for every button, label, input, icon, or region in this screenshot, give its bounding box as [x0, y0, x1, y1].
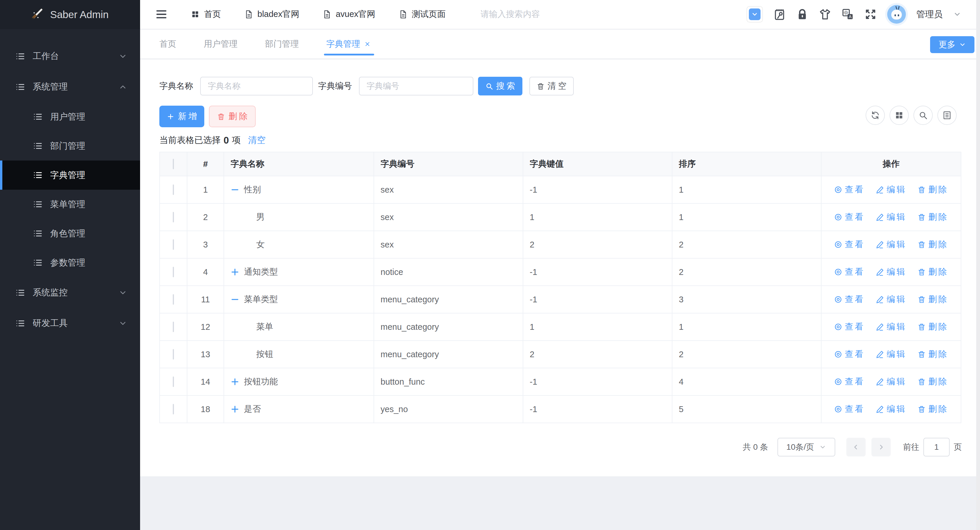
- sidebar-item-菜单管理[interactable]: 菜单管理: [0, 190, 140, 219]
- sidebar-item-参数管理[interactable]: 参数管理: [0, 248, 140, 277]
- top-nav-item-首页[interactable]: 首页: [191, 8, 221, 20]
- selection-clear-link[interactable]: 清空: [248, 134, 266, 146]
- delete-link[interactable]: 删除: [918, 403, 948, 415]
- sidebar-item-系统监控[interactable]: 系统监控: [0, 277, 140, 308]
- doc-lines-toolbar-button[interactable]: [937, 106, 957, 125]
- expand-row-icon[interactable]: [231, 405, 239, 414]
- delete-link[interactable]: 删除: [918, 239, 948, 250]
- dict-name-cell: 菜单: [224, 313, 374, 341]
- row-checkbox[interactable]: [173, 322, 174, 332]
- expand-row-icon[interactable]: [231, 377, 239, 386]
- row-checkbox[interactable]: [173, 212, 174, 223]
- sidebar-item-字典管理[interactable]: 字典管理: [0, 161, 140, 190]
- page-number-input[interactable]: [923, 438, 950, 457]
- edit-link[interactable]: 编辑: [876, 349, 907, 360]
- search-toolbar-button[interactable]: [913, 106, 933, 125]
- top-nav-item-测试页面[interactable]: 测试页面: [399, 8, 445, 20]
- view-link[interactable]: 查看: [834, 321, 865, 333]
- view-link[interactable]: 查看: [834, 403, 865, 415]
- theme-shirt-icon[interactable]: [819, 8, 831, 21]
- column-header: #: [187, 152, 224, 176]
- tab-用户管理[interactable]: 用户管理: [204, 30, 237, 58]
- global-search-input[interactable]: 请输入搜索内容: [480, 8, 540, 20]
- sidebar-item-研发工具[interactable]: 研发工具: [0, 308, 140, 339]
- edit-link[interactable]: 编辑: [876, 294, 907, 305]
- user-name[interactable]: 管理员: [916, 8, 943, 21]
- collapse-row-icon[interactable]: [231, 295, 239, 304]
- prev-page-button[interactable]: [846, 438, 865, 457]
- list-icon: [33, 170, 43, 180]
- add-button[interactable]: 新增: [159, 106, 204, 127]
- row-checkbox[interactable]: [173, 185, 174, 195]
- select-all-checkbox[interactable]: [173, 159, 174, 169]
- view-link[interactable]: 查看: [834, 211, 865, 223]
- view-link[interactable]: 查看: [834, 376, 865, 388]
- sidebar-item-系统管理[interactable]: 系统管理: [0, 72, 140, 102]
- view-link[interactable]: 查看: [834, 184, 865, 196]
- sidebar-item-label: 系统监控: [33, 286, 68, 299]
- page-size-select[interactable]: 10条/页: [778, 438, 835, 457]
- fullscreen-icon[interactable]: [864, 8, 877, 21]
- sidebar-item-角色管理[interactable]: 角色管理: [0, 219, 140, 248]
- delete-link[interactable]: 删除: [918, 266, 948, 278]
- eye-icon: [834, 323, 842, 331]
- window-scrollbar[interactable]: [976, 0, 980, 530]
- edit-link[interactable]: 编辑: [876, 211, 907, 223]
- edit-link[interactable]: 编辑: [876, 321, 907, 333]
- collapse-row-icon[interactable]: [231, 185, 239, 194]
- dict-name: 按钮: [256, 349, 273, 360]
- translate-icon[interactable]: 中A: [842, 8, 854, 21]
- view-link[interactable]: 查看: [834, 239, 865, 250]
- dict-code-input[interactable]: [359, 77, 473, 95]
- collapse-sidebar-icon[interactable]: [155, 8, 168, 20]
- search-button[interactable]: 搜索: [478, 77, 522, 95]
- delete-link[interactable]: 删除: [918, 376, 948, 388]
- top-nav-item-bladex官网[interactable]: bladex官网: [244, 8, 299, 20]
- row-checkbox[interactable]: [173, 404, 174, 414]
- view-link[interactable]: 查看: [834, 266, 865, 278]
- row-checkbox[interactable]: [173, 267, 174, 277]
- row-checkbox[interactable]: [173, 377, 174, 387]
- top-nav-item-avuex官网[interactable]: avuex官网: [323, 8, 375, 20]
- view-link[interactable]: 查看: [834, 349, 865, 360]
- lock-icon[interactable]: [796, 8, 808, 21]
- grid-filled-toolbar-button[interactable]: [889, 106, 909, 125]
- dict-name: 菜单: [256, 321, 273, 333]
- sidebar-item-工作台[interactable]: 工作台: [0, 41, 140, 72]
- edit-link[interactable]: 编辑: [876, 266, 907, 278]
- clear-button[interactable]: 清空: [530, 77, 574, 95]
- tab-字典管理[interactable]: 字典管理: [326, 30, 371, 58]
- edit-link[interactable]: 编辑: [876, 239, 907, 250]
- edit-link[interactable]: 编辑: [876, 403, 907, 415]
- theme-color-select[interactable]: [746, 6, 763, 22]
- table-row: 18是否yes_no-15查看编辑删除: [160, 395, 961, 423]
- edit-link[interactable]: 编辑: [876, 376, 907, 388]
- avatar[interactable]: [887, 5, 906, 24]
- row-checkbox[interactable]: [173, 294, 174, 305]
- dict-code-cell: menu_category: [374, 341, 523, 368]
- dict-name-input[interactable]: [200, 77, 313, 95]
- sidebar-item-部门管理[interactable]: 部门管理: [0, 131, 140, 161]
- tab-首页[interactable]: 首页: [159, 30, 176, 58]
- delete-link[interactable]: 删除: [918, 294, 948, 305]
- expand-row-icon[interactable]: [231, 267, 239, 276]
- doc-icon: [244, 10, 253, 19]
- delete-link[interactable]: 删除: [918, 184, 948, 196]
- view-link[interactable]: 查看: [834, 294, 865, 305]
- delete-link[interactable]: 删除: [918, 349, 948, 360]
- sidebar-item-用户管理[interactable]: 用户管理: [0, 102, 140, 131]
- delete-link[interactable]: 删除: [918, 321, 948, 333]
- row-actions-cell: 查看编辑删除: [821, 313, 961, 341]
- next-page-button[interactable]: [872, 438, 891, 457]
- delete-link[interactable]: 删除: [918, 211, 948, 223]
- row-checkbox[interactable]: [173, 349, 174, 360]
- delete-button[interactable]: 删除: [209, 106, 256, 127]
- work-order-icon[interactable]: [773, 8, 786, 21]
- row-checkbox[interactable]: [173, 239, 174, 250]
- more-tabs-button[interactable]: 更多: [930, 36, 974, 53]
- edit-link[interactable]: 编辑: [876, 184, 907, 196]
- tab-部门管理[interactable]: 部门管理: [265, 30, 299, 58]
- close-icon[interactable]: [364, 41, 371, 47]
- refresh-toolbar-button[interactable]: [865, 106, 885, 125]
- user-menu-chevron-icon[interactable]: [953, 10, 961, 18]
